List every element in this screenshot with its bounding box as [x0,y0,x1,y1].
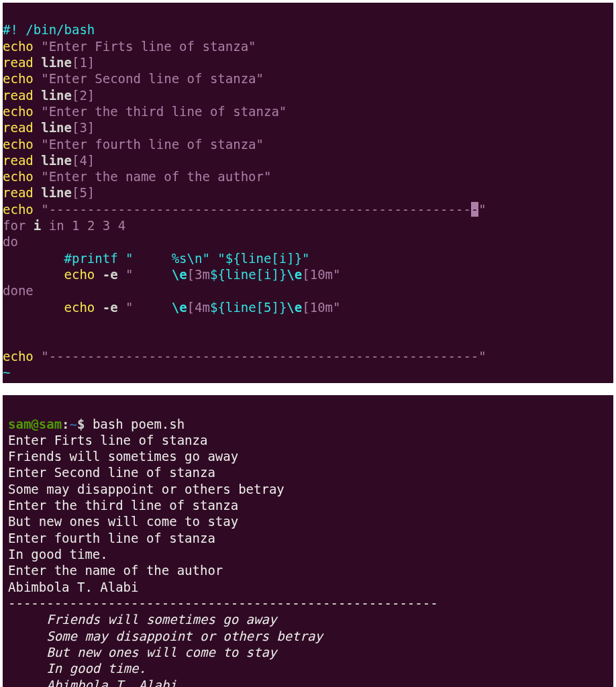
bracket: [ [187,300,195,315]
blank-line [3,332,10,347]
in-keyword: in [49,218,64,233]
echo-cmd: echo [64,267,95,282]
num: 10 [310,300,325,315]
num: 10 [310,267,325,282]
out-line: Enter Firts line of stanza [8,433,207,447]
indent [3,251,64,266]
do-keyword: do [3,234,18,249]
echo-cmd: echo [3,349,34,364]
prompt-at: @ [31,417,38,431]
flag: -e [95,300,125,315]
echo-cmd: echo [3,39,34,54]
echo-string: "Enter Firts line of stanza" [41,39,256,54]
poem-line: Friends will sometimes go away [8,612,276,627]
read-cmd: read [3,153,34,168]
num: 4 [195,300,202,315]
read-cmd: read [3,185,34,200]
m: m [203,300,210,315]
code-editor[interactable]: #! /bin/bash echo "Enter Firts line of s… [3,3,613,383]
var-name: line [41,153,72,168]
echo-string: "Enter the name of the author" [41,169,271,184]
var-name: line [41,185,72,200]
out-line: But new ones will come to stay [8,514,238,529]
bracket: [ [187,267,195,282]
command-entered: bash poem.sh [93,417,185,431]
dashes: ----------------------------------------… [49,202,471,217]
flag: -e [95,267,125,282]
echo-cmd: echo [64,300,95,315]
var-expand: ${line[5]} [210,300,287,315]
out-line: Abimbola T. Alabi [8,580,138,594]
separator: ----------------------------------------… [8,596,438,611]
num: 3 [195,267,202,282]
out-line: Friends will sometimes go away [8,449,238,464]
echo-string: "Enter Second line of stanza" [41,71,264,86]
echo-string: "Enter fourth line of stanza" [41,137,264,152]
prompt-colon: : [62,417,69,431]
terminal-output[interactable]: sam@sam:~$ bash poem.sh Enter Firts line… [3,395,613,687]
escape: \e [287,267,302,282]
dashes: ----------------------------------------… [49,349,479,364]
echo-string: "Enter the third line of stanza" [41,104,287,119]
quote: " [333,300,340,315]
index: [5] [72,185,95,200]
var-name: line [41,120,72,135]
pad [134,267,172,282]
quote: " [478,202,486,217]
index: [2] [72,88,95,103]
read-cmd: read [3,55,34,70]
done-keyword: done [3,283,34,298]
quote: " [125,267,133,282]
quote: " [41,349,48,364]
read-cmd: read [3,88,34,103]
echo-cmd: echo [3,202,34,217]
echo-cmd: echo [3,137,34,152]
prompt-dollar: $ [77,417,93,431]
out-line: Enter the third line of stanza [8,498,238,513]
echo-cmd: echo [3,169,34,184]
quote: " [41,202,48,217]
poem-line: In good time. [8,661,146,676]
echo-cmd: echo [3,104,34,119]
prompt-path: ~ [70,417,77,431]
bracket: [ [302,267,309,282]
out-line: Some may disappoint or others betray [8,482,285,496]
shebang: #! /bin/bash [3,22,95,37]
index: [3] [72,120,95,135]
m: m [325,300,333,315]
poem-line: But new ones will come to stay [8,645,276,659]
poem-line: Some may disappoint or others betray [8,629,323,643]
escape: \e [287,300,302,315]
comment: #printf " %s\n" "${line[i]}" [64,251,310,266]
index: [1] [72,55,95,70]
escape: \e [172,267,187,282]
m: m [325,267,333,282]
read-cmd: read [3,120,34,135]
loop-range: 1 2 3 4 [72,218,125,233]
bracket: [ [302,300,309,315]
index: [4] [72,153,95,168]
quote: " [333,267,340,282]
indent [3,267,64,282]
for-keyword: for [3,218,25,233]
indent [3,300,64,315]
escape: \e [172,300,187,315]
out-line: In good time. [8,547,108,562]
var-expand: ${line[i]} [210,267,287,282]
pad [134,300,172,315]
vim-tilde: ~ [3,365,10,380]
m: m [203,267,210,282]
prompt-user: sam [8,417,31,431]
quote: " [478,349,486,364]
out-line: Enter Second line of stanza [8,465,215,480]
poem-author: Abimbola T. Alabi [8,678,177,688]
echo-cmd: echo [3,71,34,86]
var-name: line [41,88,72,103]
out-line: Enter fourth line of stanza [8,531,215,545]
cursor: - [471,202,478,217]
prompt-host: sam [39,417,62,431]
quote: " [125,300,133,315]
out-line: Enter the name of the author [8,563,223,578]
loop-var: i [34,218,41,233]
blank-line [3,316,10,331]
